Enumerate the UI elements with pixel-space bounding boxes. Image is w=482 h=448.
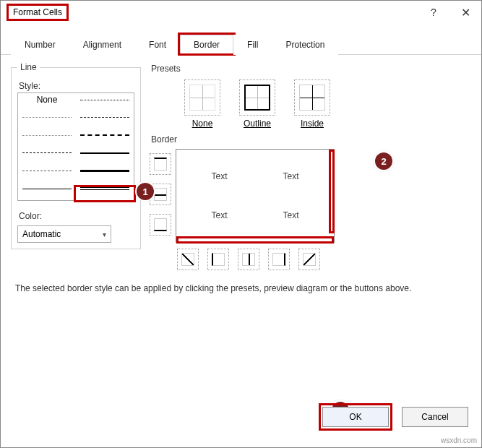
border-vertical-mid-button[interactable] bbox=[238, 249, 259, 270]
cancel-button[interactable]: Cancel bbox=[402, 407, 468, 427]
tab-fill[interactable]: Fill bbox=[233, 35, 272, 55]
close-icon: ✕ bbox=[461, 6, 470, 20]
border-left-button[interactable] bbox=[207, 249, 229, 270]
preset-inside[interactable]: Inside bbox=[294, 79, 330, 129]
help-button[interactable]: ? bbox=[418, 1, 449, 24]
tab-font[interactable]: Font bbox=[135, 35, 180, 55]
border-area: Text Text Text Text bbox=[150, 147, 471, 270]
tab-number[interactable]: Number bbox=[11, 35, 69, 55]
line-style-dash-dot[interactable] bbox=[18, 165, 76, 178]
border-preview[interactable]: Text Text Text Text bbox=[176, 149, 335, 243]
border-bottom-buttons bbox=[176, 249, 335, 270]
border-label: Border bbox=[151, 134, 471, 145]
preview-cell-bl: Text bbox=[184, 196, 255, 235]
border-diag-up-button[interactable] bbox=[177, 249, 199, 270]
preset-inside-icon bbox=[294, 79, 330, 116]
preview-right-highlight bbox=[329, 150, 335, 233]
annotation-marker-1: 1 bbox=[137, 183, 154, 200]
close-button[interactable]: ✕ bbox=[449, 1, 481, 24]
line-style-dashed[interactable] bbox=[18, 147, 76, 160]
line-color-value: Automatic bbox=[22, 229, 61, 239]
preset-outline-icon bbox=[239, 79, 275, 116]
line-style-dotted[interactable] bbox=[18, 129, 76, 142]
tab-protection[interactable]: Protection bbox=[272, 35, 338, 55]
line-style-dash-med[interactable] bbox=[76, 129, 134, 142]
line-column: Line Style: None Color bbox=[11, 62, 141, 270]
tab-alignment[interactable]: Alignment bbox=[69, 35, 135, 55]
preset-outline[interactable]: Outline bbox=[239, 79, 275, 129]
line-style-hair[interactable] bbox=[18, 111, 76, 124]
help-icon: ? bbox=[431, 7, 436, 18]
preview-grid: Text Text Text Text bbox=[184, 157, 327, 235]
border-bottom-button[interactable] bbox=[150, 214, 171, 236]
line-style-medium[interactable] bbox=[76, 147, 134, 160]
format-cells-dialog: Format Cells ? ✕ Number Alignment Font B… bbox=[0, 0, 482, 448]
preview-cell-br: Text bbox=[255, 196, 327, 235]
presets-row: None Outline Inside bbox=[150, 77, 471, 133]
chevron-down-icon: ▾ bbox=[103, 231, 106, 238]
border-right-button[interactable] bbox=[268, 249, 290, 270]
ok-button[interactable]: OK bbox=[322, 407, 389, 427]
preview-cell-tr: Text bbox=[255, 157, 327, 196]
line-style-thin[interactable] bbox=[18, 182, 76, 195]
preset-none[interactable]: None bbox=[184, 79, 220, 129]
line-style-thick[interactable] bbox=[76, 165, 134, 178]
line-color-combo[interactable]: Automatic ▾ bbox=[17, 225, 111, 243]
tab-bar: Number Alignment Font Border Fill Protec… bbox=[1, 24, 481, 55]
preview-cell-tl: Text bbox=[184, 157, 255, 196]
line-style-picker[interactable]: None bbox=[17, 92, 134, 201]
dialog-content: Line Style: None Color bbox=[1, 55, 481, 270]
help-text: The selected border style can be applied… bbox=[1, 270, 481, 293]
titlebar: Format Cells ? ✕ bbox=[1, 1, 481, 24]
line-style-selection-highlight bbox=[76, 187, 134, 200]
watermark: wsxdn.com bbox=[441, 436, 477, 444]
presets-label: Presets bbox=[151, 64, 471, 74]
border-top-button[interactable] bbox=[150, 153, 171, 175]
tab-border[interactable]: Border bbox=[180, 35, 233, 55]
line-group-label: Line bbox=[17, 62, 40, 72]
right-column: Presets None Outline Inside Border bbox=[150, 62, 471, 270]
preview-bottom-highlight bbox=[176, 236, 334, 244]
border-preview-container: Text Text Text Text bbox=[176, 147, 335, 270]
line-group: Line Style: None Color bbox=[11, 62, 141, 249]
line-style-dash-dot-med[interactable] bbox=[76, 111, 134, 124]
color-label: Color: bbox=[19, 211, 134, 221]
border-diag-down-button[interactable] bbox=[298, 249, 320, 270]
dialog-buttons: OK Cancel bbox=[322, 407, 468, 427]
preset-none-icon bbox=[184, 79, 220, 116]
annotation-marker-2: 2 bbox=[375, 152, 392, 170]
line-style-dash-dot-dot[interactable] bbox=[76, 93, 134, 106]
dialog-title: Format Cells bbox=[7, 4, 69, 21]
line-style-none[interactable]: None bbox=[18, 93, 76, 106]
style-label: Style: bbox=[19, 81, 134, 91]
